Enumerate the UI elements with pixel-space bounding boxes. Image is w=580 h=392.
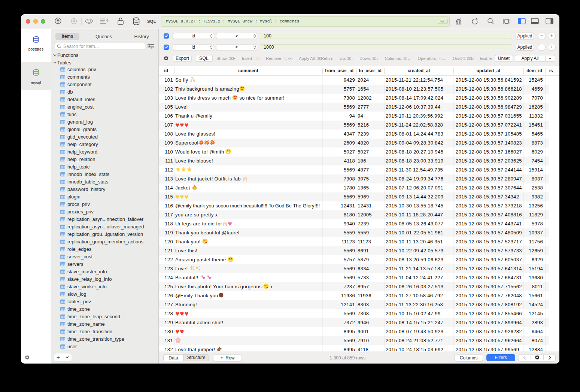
svg-text:♥: ♥ [267,286,268,289]
svg-text:♥: ♥ [206,241,207,244]
